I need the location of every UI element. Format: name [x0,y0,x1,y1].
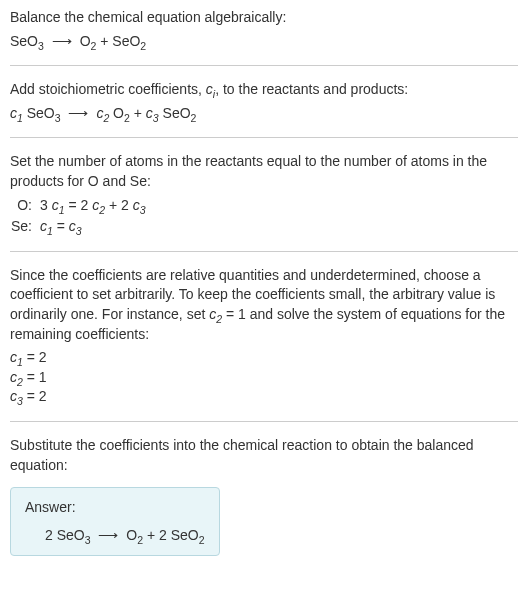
answer-box: Answer: 2 SeO3 ⟶ O2 + 2 SeO2 [10,487,220,556]
step5-section: Substitute the coefficients into the che… [10,436,518,475]
arrow-icon: ⟶ [52,32,72,52]
step3-text: Set the number of atoms in the reactants… [10,152,518,191]
step2-text: Add stoichiometric coefficients, ci, to … [10,80,518,100]
step5-text: Substitute the coefficients into the che… [10,436,518,475]
divider [10,421,518,422]
c3-result: c3 = 2 [10,387,518,407]
arrow-icon: ⟶ [68,104,88,124]
o-label: O: [10,196,40,216]
step4-section: Since the coefficients are relative quan… [10,266,518,407]
o-equation: 3 c1 = 2 c2 + 2 c3 [40,196,146,216]
product1: O2 [80,33,97,49]
divider [10,251,518,252]
divider [10,65,518,66]
divider [10,137,518,138]
step3-section: Set the number of atoms in the reactants… [10,152,518,236]
intro-equation: SeO3 ⟶ O2 + SeO2 [10,32,518,52]
arrow-icon: ⟶ [98,526,118,546]
se-equation: c1 = c3 [40,217,82,237]
c2-result: c2 = 1 [10,368,518,388]
coef-results: c1 = 2 c2 = 1 c3 = 2 [10,348,518,407]
intro-text: Balance the chemical equation algebraica… [10,8,518,28]
answer-title: Answer: [25,498,205,518]
step2-section: Add stoichiometric coefficients, ci, to … [10,80,518,123]
step2-equation: c1 SeO3 ⟶ c2 O2 + c3 SeO2 [10,104,518,124]
reactant: SeO3 [10,33,44,49]
step4-text: Since the coefficients are relative quan… [10,266,518,344]
plus: + [100,33,112,49]
c1-result: c1 = 2 [10,348,518,368]
oxygen-row: O: 3 c1 = 2 c2 + 2 c3 [10,196,518,216]
intro-section: Balance the chemical equation algebraica… [10,8,518,51]
selenium-row: Se: c1 = c3 [10,217,518,237]
atom-equations: O: 3 c1 = 2 c2 + 2 c3 Se: c1 = c3 [10,196,518,237]
answer-equation: 2 SeO3 ⟶ O2 + 2 SeO2 [25,526,205,546]
se-label: Se: [10,217,40,237]
product2: SeO2 [112,33,146,49]
